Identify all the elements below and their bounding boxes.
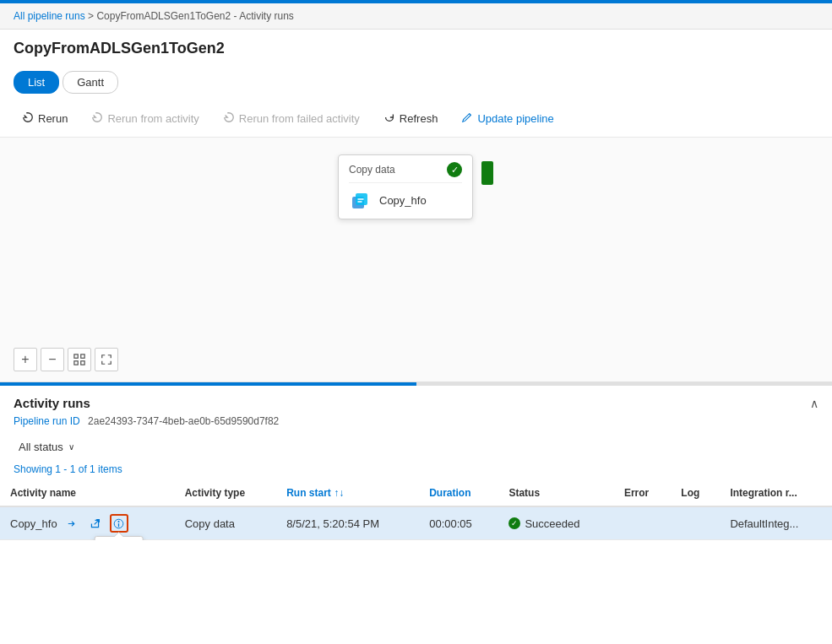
copy-data-icon — [349, 188, 372, 212]
page-title: CopyFromADLSGen1ToGen2 — [14, 40, 818, 57]
rerun-from-activity-icon — [91, 111, 103, 126]
col-error: Error — [614, 480, 671, 506]
status-success-icon: ✓ — [508, 517, 520, 529]
update-pipeline-button[interactable]: Update pipeline — [453, 107, 562, 130]
fit-button[interactable] — [68, 348, 91, 371]
activity-name-cell: Copy_hfo Details — [10, 514, 165, 533]
activity-card-name: Copy_hfo — [379, 194, 427, 207]
breadcrumb-link[interactable]: All pipeline runs — [14, 10, 85, 22]
col-activity-name: Activity name — [0, 480, 175, 506]
gantt-view-button[interactable]: Gantt — [63, 71, 118, 94]
refresh-button[interactable]: Refresh — [375, 107, 447, 130]
col-status: Status — [498, 480, 613, 506]
list-view-button[interactable]: List — [14, 71, 59, 94]
pipeline-run-id-row: Pipeline run ID 2ae24393-7347-4beb-ae0b-… — [0, 414, 832, 434]
status-filter-button[interactable]: All status ∨ — [14, 437, 79, 457]
page-header: CopyFromADLSGen1ToGen2 — [0, 30, 832, 64]
col-run-start[interactable]: Run start ↑↓ — [276, 480, 419, 506]
col-log: Log — [671, 480, 720, 506]
details-tooltip: Details — [94, 536, 144, 540]
zoom-out-button[interactable]: − — [41, 348, 64, 371]
section-title: Activity runs — [14, 396, 90, 410]
table-container: Activity name Activity type Run start ↑↓… — [0, 480, 832, 540]
view-toggle: List Gantt — [14, 71, 818, 94]
cell-activity-type: Copy data — [175, 506, 276, 540]
col-integration: Integration r... — [720, 480, 832, 506]
activity-name-text: Copy_hfo — [10, 517, 57, 530]
details-tooltip-container: Details — [110, 514, 128, 533]
rerun-from-failed-label: Rerun from failed activity — [239, 112, 360, 125]
showing-text: Showing 1 - 1 of 1 items — [0, 463, 832, 480]
update-pipeline-icon — [461, 111, 473, 126]
refresh-icon — [383, 111, 395, 126]
cell-error — [614, 506, 671, 540]
filter-row: All status ∨ — [0, 434, 832, 463]
navigate-to-activity-button[interactable] — [63, 514, 81, 533]
progress-bar-fill — [0, 382, 416, 386]
rerun-from-failed-button[interactable]: Rerun from failed activity — [215, 107, 368, 130]
expand-button[interactable] — [95, 348, 118, 371]
toolbar: Rerun Rerun from activity Rerun from fai… — [0, 100, 832, 138]
activity-card-type: Copy data — [349, 164, 395, 176]
activity-card-header: Copy data ✓ — [349, 162, 462, 183]
pipeline-run-id-label: Pipeline run ID — [14, 415, 80, 427]
cell-duration: 00:00:05 — [419, 506, 498, 540]
rerun-button[interactable]: Rerun — [14, 107, 76, 130]
activity-card-body: Copy_hfo — [349, 188, 462, 212]
status-cell: ✓ Succeeded — [508, 517, 603, 530]
cell-status: ✓ Succeeded — [498, 506, 613, 540]
breadcrumb-separator: > — [88, 10, 94, 22]
refresh-label: Refresh — [400, 112, 438, 125]
pipeline-run-id-value: 2ae24393-7347-4beb-ae0b-65d9590d7f82 — [88, 415, 279, 427]
chevron-down-icon: ∨ — [68, 442, 74, 452]
cell-run-start: 8/5/21, 5:20:54 PM — [276, 506, 419, 540]
breadcrumb-current: CopyFromADLSGen1ToGen2 - Activity runs — [96, 10, 293, 22]
section-header: Activity runs ∧ — [0, 386, 832, 414]
cell-log — [671, 506, 720, 540]
activity-success-check: ✓ — [447, 162, 462, 177]
table-row[interactable]: Copy_hfo Details — [0, 506, 832, 540]
col-duration[interactable]: Duration — [419, 480, 498, 506]
svg-rect-5 — [74, 361, 78, 365]
rerun-from-activity-label: Rerun from activity — [107, 112, 198, 125]
zoom-in-button[interactable]: + — [14, 348, 37, 371]
collapse-button[interactable]: ∧ — [810, 397, 818, 410]
activity-card-container: Copy data ✓ Copy_hfo — [338, 154, 473, 219]
status-filter-label: All status — [19, 441, 63, 453]
svg-rect-6 — [81, 361, 84, 365]
activity-card[interactable]: Copy data ✓ Copy_hfo — [338, 154, 473, 219]
rerun-icon — [22, 111, 34, 126]
rerun-from-activity-button[interactable]: Rerun from activity — [83, 107, 207, 130]
update-pipeline-label: Update pipeline — [477, 112, 553, 125]
svg-rect-3 — [74, 354, 78, 358]
details-button[interactable] — [110, 514, 128, 533]
activity-runs-section: Activity runs ∧ Pipeline run ID 2ae24393… — [0, 386, 832, 540]
svg-rect-4 — [81, 354, 84, 358]
svg-point-8 — [118, 521, 120, 522]
progress-bar — [0, 382, 832, 386]
canvas-area: Copy data ✓ Copy_hfo + − — [0, 138, 832, 382]
table-header-row: Activity name Activity type Run start ↑↓… — [0, 480, 832, 506]
col-activity-type: Activity type — [175, 480, 276, 506]
open-in-new-button[interactable] — [86, 514, 105, 533]
breadcrumb: All pipeline runs > CopyFromADLSGen1ToGe… — [0, 3, 832, 30]
rerun-label: Rerun — [38, 112, 68, 125]
status-text: Succeeded — [525, 517, 579, 530]
cell-activity-name: Copy_hfo Details — [0, 506, 175, 540]
cell-integration: DefaultInteg... — [720, 506, 832, 540]
rerun-from-failed-icon — [223, 111, 235, 126]
activity-runs-table: Activity name Activity type Run start ↑↓… — [0, 480, 832, 540]
svg-line-0 — [470, 114, 471, 116]
canvas-controls: + − — [14, 348, 118, 371]
activity-success-indicator — [481, 161, 493, 185]
